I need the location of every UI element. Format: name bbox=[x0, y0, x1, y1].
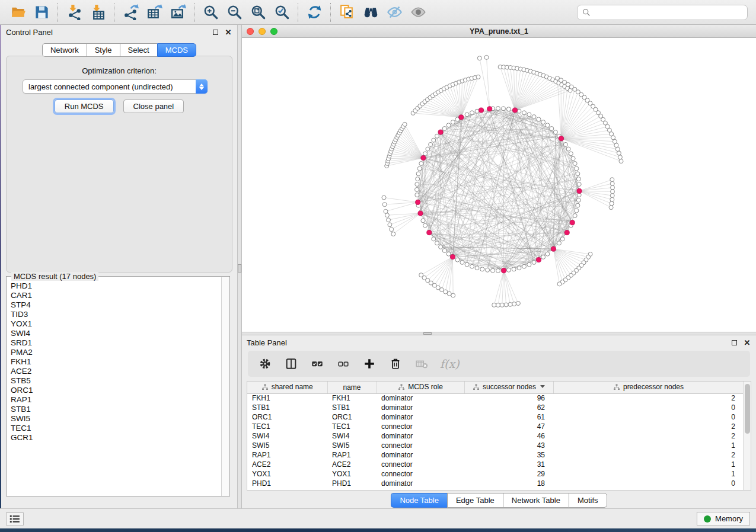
hide-selected-button[interactable] bbox=[382, 2, 406, 23]
deselect-all-icon bbox=[337, 357, 350, 370]
refresh-view-button[interactable] bbox=[302, 2, 326, 23]
tab-edge-table[interactable]: Edge Table bbox=[447, 493, 503, 508]
column-header-shared-name[interactable]: shared name bbox=[247, 382, 327, 393]
control-panel-tabs: Network Style Select MCDS bbox=[1, 43, 237, 57]
table-row[interactable]: STB1STB1dominator620 bbox=[247, 403, 744, 412]
mcds-result-item[interactable]: SRD1 bbox=[11, 338, 222, 348]
table-scrollbar-thumb[interactable] bbox=[745, 384, 750, 434]
table-scrollbar[interactable] bbox=[743, 382, 751, 490]
show-all-button[interactable] bbox=[406, 2, 430, 23]
close-panel-action-button[interactable]: Close panel bbox=[123, 100, 184, 113]
zoom-in-button[interactable] bbox=[199, 2, 222, 23]
find-neighbors-button[interactable] bbox=[359, 2, 382, 23]
mcds-result-item[interactable]: PHD1 bbox=[11, 281, 222, 291]
plus-icon bbox=[363, 357, 376, 370]
show-log-button[interactable] bbox=[6, 512, 24, 525]
application-window: Control Panel ✕ Network Style Select MCD… bbox=[0, 0, 756, 532]
tab-select[interactable]: Select bbox=[120, 43, 157, 57]
tab-node-table[interactable]: Node Table bbox=[391, 493, 447, 508]
close-panel-button[interactable]: ✕ bbox=[224, 28, 232, 36]
mcds-result-item[interactable]: FKH1 bbox=[11, 357, 222, 367]
mcds-result-item[interactable]: STB1 bbox=[11, 405, 222, 414]
search-input[interactable] bbox=[594, 8, 742, 17]
network-canvas[interactable] bbox=[242, 38, 756, 332]
criterion-dropdown[interactable]: largest connected component (undirected) bbox=[23, 79, 208, 94]
table-row[interactable]: ORC1ORC1dominator610 bbox=[247, 412, 744, 422]
delete-table-icon bbox=[415, 357, 428, 370]
select-all-rows-button[interactable] bbox=[310, 356, 325, 371]
zoom-out-button[interactable] bbox=[222, 2, 246, 23]
deselect-all-rows-button[interactable] bbox=[336, 356, 351, 371]
memory-button[interactable]: Memory bbox=[697, 512, 750, 525]
horizontal-splitter-grip[interactable] bbox=[423, 332, 432, 335]
tab-style[interactable]: Style bbox=[87, 43, 120, 57]
run-mcds-button[interactable]: Run MCDS bbox=[55, 100, 114, 113]
export-table-icon bbox=[146, 4, 162, 20]
zoom-fit-button[interactable] bbox=[246, 2, 270, 23]
mcds-result-item[interactable]: GCR1 bbox=[11, 433, 222, 443]
network-search-box[interactable] bbox=[577, 5, 748, 20]
table-row[interactable]: SWI4SWI4dominator462 bbox=[247, 431, 744, 441]
main-toolbar bbox=[0, 0, 756, 25]
export-network-button[interactable] bbox=[119, 2, 142, 23]
import-table-button[interactable] bbox=[86, 2, 110, 23]
show-columns-button[interactable] bbox=[283, 356, 299, 371]
open-file-button[interactable] bbox=[6, 2, 30, 23]
delete-table-button[interactable] bbox=[414, 356, 429, 371]
mcds-result-item[interactable]: YOX1 bbox=[11, 319, 222, 329]
mcds-result-item[interactable]: TEC1 bbox=[11, 424, 222, 433]
column-header-mcds-role[interactable]: MCDS role bbox=[377, 382, 464, 393]
mcds-result-item[interactable]: ORC1 bbox=[11, 386, 222, 395]
delete-column-button[interactable] bbox=[388, 356, 403, 371]
function-builder-button[interactable]: f(x) bbox=[440, 357, 460, 370]
table-row[interactable]: RAP1RAP1dominator352 bbox=[247, 450, 744, 460]
table-header-row: shared name name MCDS role successor nod… bbox=[247, 382, 744, 393]
zoom-selected-button[interactable] bbox=[270, 2, 294, 23]
close-table-panel-button[interactable]: ✕ bbox=[743, 338, 751, 347]
export-table-button[interactable] bbox=[142, 2, 166, 23]
clone-network-icon bbox=[339, 4, 355, 20]
tab-motifs[interactable]: Motifs bbox=[569, 493, 607, 508]
mcds-result-item[interactable]: PMA2 bbox=[11, 348, 222, 357]
toolbar-separator bbox=[58, 3, 58, 22]
sort-desc-icon bbox=[540, 385, 545, 388]
export-image-button[interactable] bbox=[166, 2, 190, 23]
tab-mcds[interactable]: MCDS bbox=[157, 43, 196, 57]
mcds-result-item[interactable]: ACE2 bbox=[11, 367, 222, 376]
clone-network-button[interactable] bbox=[335, 2, 359, 23]
zoom-in-icon bbox=[203, 4, 219, 20]
float-panel-button[interactable] bbox=[211, 28, 219, 36]
mcds-result-item[interactable]: CAR1 bbox=[11, 291, 222, 300]
mcds-result-item[interactable]: STB5 bbox=[11, 376, 222, 386]
table-row[interactable]: TEC1TEC1connector472 bbox=[247, 422, 744, 431]
toolbar-separator bbox=[194, 3, 194, 22]
mcds-result-item[interactable]: STP4 bbox=[11, 300, 222, 310]
mcds-list-scrollbar[interactable] bbox=[221, 277, 229, 496]
table-row[interactable]: FKH1FKH1dominator962 bbox=[247, 393, 744, 403]
table-row[interactable]: SWI5SWI5connector431 bbox=[247, 441, 744, 450]
vertical-splitter-grip[interactable] bbox=[238, 264, 241, 273]
table-row[interactable]: PHD1PHD1dominator180 bbox=[247, 479, 744, 488]
mcds-result-item[interactable]: SWI5 bbox=[11, 414, 222, 424]
table-settings-button[interactable] bbox=[257, 356, 273, 371]
mcds-result-item[interactable]: SWI4 bbox=[11, 329, 222, 338]
float-table-panel-button[interactable] bbox=[730, 338, 738, 347]
mcds-result-item[interactable]: TID3 bbox=[11, 310, 222, 319]
import-network-button[interactable] bbox=[62, 2, 86, 23]
table-row[interactable]: ACE2ACE2connector311 bbox=[247, 460, 744, 469]
table-row[interactable]: YOX1YOX1connector291 bbox=[247, 469, 744, 479]
tab-network-table[interactable]: Network Table bbox=[503, 493, 569, 508]
column-header-successor-nodes[interactable]: successor nodes bbox=[464, 382, 553, 393]
vertical-splitter[interactable] bbox=[237, 25, 242, 508]
eye-slash-icon bbox=[387, 4, 403, 20]
optimization-criterion-label: Optimization criterion: bbox=[1, 66, 237, 75]
shared-column-icon bbox=[261, 384, 269, 392]
tab-network[interactable]: Network bbox=[42, 43, 87, 57]
columns-icon bbox=[285, 357, 298, 370]
create-column-button[interactable] bbox=[362, 356, 377, 371]
mcds-result-item[interactable]: RAP1 bbox=[11, 395, 222, 405]
mcds-result-list[interactable]: PHD1CAR1STP4TID3YOX1SWI4SRD1PMA2FKH1ACE2… bbox=[7, 280, 222, 496]
column-header-name[interactable]: name bbox=[327, 382, 377, 393]
column-header-predecessor-nodes[interactable]: predecessor nodes bbox=[553, 382, 744, 393]
save-session-button[interactable] bbox=[30, 2, 53, 23]
